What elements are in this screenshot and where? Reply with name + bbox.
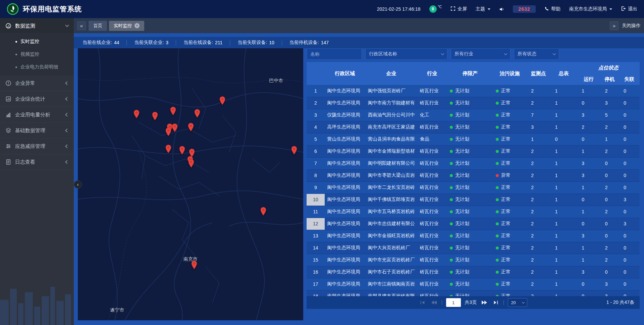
table-row[interactable]: 7 阆中生态环境局 阆中明阳建材有限公司 砖瓦行业 无计划 正常 2 1 3 0… bbox=[307, 157, 640, 169]
logout-button[interactable]: 退出 bbox=[621, 6, 637, 12]
help-button[interactable]: 帮助 bbox=[544, 6, 560, 12]
cell-running: 1 bbox=[577, 206, 600, 218]
sidebar-sub-item[interactable]: 企业电力负荷明细 bbox=[0, 61, 74, 73]
map-pin-icon[interactable] bbox=[170, 107, 176, 117]
column-company: 企业 bbox=[365, 62, 417, 85]
cell-limit-status: 无计划 bbox=[447, 230, 493, 242]
map-pin-icon[interactable] bbox=[152, 112, 158, 122]
cell-facility-status: 正常 bbox=[493, 97, 526, 109]
cell-running: 0 bbox=[577, 218, 600, 230]
cell-offline: 0 bbox=[619, 278, 640, 290]
table-row[interactable]: 11 阆中生态环境局 阆中市五马桥页岩机砖 砖瓦行业 无计划 正常 2 1 1 … bbox=[307, 206, 640, 218]
cell-region: 阆中生态环境局 bbox=[325, 169, 365, 181]
row-index: 15 bbox=[313, 257, 318, 263]
bullet-icon bbox=[15, 66, 17, 68]
cell-monitor-points: 2 bbox=[526, 290, 550, 296]
table-row[interactable]: 13 阆中生态环境局 阆中市金福旺页岩机砖 砖瓦行业 无计划 正常 2 1 3 … bbox=[307, 230, 640, 242]
theme-menu[interactable]: 主题 bbox=[476, 6, 490, 12]
table-row[interactable]: 5 营山生态环境局 营山县润丰肉食品有限 食品 无计划 正常 1 0 0 1 0 bbox=[307, 133, 640, 145]
table-row[interactable]: 6 阆中生态环境局 阆中市金博瑞新型墙材 砖瓦行业 无计划 正常 2 1 1 2… bbox=[307, 145, 640, 157]
stats-icon bbox=[5, 96, 11, 102]
sidebar-group-item[interactable]: 基础数据管理 bbox=[0, 123, 74, 139]
map-pin-icon[interactable] bbox=[260, 207, 267, 217]
last-page-button[interactable] bbox=[492, 300, 499, 306]
column-region: 行政区域 bbox=[325, 62, 365, 85]
cell-company: 阆中市江南镇阆南页岩 bbox=[365, 278, 417, 290]
table-row[interactable]: 2 阆中生态环境局 阆中市南方节能建材有 砖瓦行业 无计划 正常 2 1 0 3… bbox=[307, 97, 640, 109]
fullscreen-button[interactable]: 全屏 bbox=[450, 6, 467, 12]
city-label: 巴中市 bbox=[269, 78, 283, 84]
map-pin-icon[interactable] bbox=[191, 261, 198, 271]
map-collapse-button[interactable]: ‹ bbox=[74, 180, 82, 188]
table-row[interactable]: 3 仪陇生态环境局 西南油气田分公司川中 化工 无计划 正常 7 1 3 5 0 bbox=[307, 109, 640, 121]
status-filter-select[interactable]: 所有状态 bbox=[514, 48, 559, 60]
table-row[interactable]: 17 阆中生态环境局 阆中市江南镇阆南页岩 砖瓦行业 无计划 正常 2 1 0 … bbox=[307, 278, 640, 290]
tab[interactable]: 首页 bbox=[89, 21, 107, 31]
map-pin-icon[interactable] bbox=[187, 123, 194, 133]
sidebar-sub-item[interactable]: 实时监控 bbox=[0, 35, 74, 48]
sidebar-sub-item[interactable]: 视频监控 bbox=[0, 48, 74, 61]
cell-running: 3 bbox=[577, 169, 600, 181]
sidebar-group-item[interactable]: 企业异常 bbox=[0, 75, 74, 91]
cell-offline: 0 bbox=[619, 290, 640, 296]
status-dot-icon bbox=[496, 198, 499, 201]
cell-facility-status: 正常 bbox=[493, 218, 526, 230]
map-pin-icon[interactable] bbox=[188, 159, 195, 169]
status-dot-icon bbox=[450, 198, 453, 201]
alert-ticker[interactable]: 2632 bbox=[513, 5, 536, 13]
row-index: 13 bbox=[313, 233, 318, 238]
map-panel[interactable]: 巴中市 南充市 遂宁市 bbox=[78, 48, 303, 320]
table-row[interactable]: 16 阆中生态环境局 阆中市石子页岩机砖厂 砖瓦行业 无计划 正常 2 1 3 … bbox=[307, 266, 640, 278]
table-row[interactable]: 1 阆中生态环境局 阆中强锐页岩砖厂 砖瓦行业 无计划 正常 2 1 1 2 0 bbox=[307, 85, 640, 97]
table-row[interactable]: 10 阆中生态环境局 阆中千佛镇五郎垭页岩 砖瓦行业 无计划 正常 2 1 0 … bbox=[307, 194, 640, 206]
close-operations-button[interactable]: 关闭操作 bbox=[622, 23, 641, 29]
cell-region: 阆中生态环境局 bbox=[325, 218, 365, 230]
cell-offline: 0 bbox=[619, 109, 640, 121]
divider bbox=[442, 300, 442, 305]
table-row[interactable]: 18 南部生态环境局 南部县建丰页岩砖有限 砖瓦行业 无计划 正常 2 1 0 … bbox=[307, 290, 640, 296]
table-row[interactable]: 12 阆中生态环境局 阆中市忠信建材有限公 砖瓦行业 无计划 正常 2 1 0 … bbox=[307, 218, 640, 230]
map-pin-icon[interactable] bbox=[291, 146, 298, 156]
industry-filter-select[interactable]: 所有行业 bbox=[451, 48, 511, 60]
cell-monitor-points: 2 bbox=[526, 85, 550, 97]
tabs-scroll-left-button[interactable]: « bbox=[77, 21, 86, 30]
table-row[interactable]: 14 阆中生态环境局 阆中大兴页岩机砖厂 砖瓦行业 无计划 正常 2 1 1 2… bbox=[307, 242, 640, 254]
sidebar-group-item[interactable]: 企业用电量分析 bbox=[0, 107, 74, 123]
sidebar-group-item[interactable]: 企业综合统计 bbox=[0, 91, 74, 107]
org-menu[interactable]: 南充市生态环境局 bbox=[569, 6, 612, 12]
first-page-button[interactable] bbox=[419, 300, 426, 306]
gauge-icon bbox=[5, 23, 11, 29]
map-pin-icon[interactable] bbox=[133, 110, 140, 120]
next-page-button[interactable] bbox=[481, 300, 488, 306]
cell-region: 阆中生态环境局 bbox=[325, 278, 365, 290]
map-pin-icon[interactable] bbox=[219, 96, 226, 107]
map-pin-icon[interactable] bbox=[165, 127, 172, 138]
column-running: 运行 bbox=[577, 73, 600, 85]
chevron-down-icon bbox=[441, 52, 444, 55]
cell-limit-status: 无计划 bbox=[447, 254, 493, 266]
map-pin-icon[interactable] bbox=[179, 146, 185, 156]
tabs-scroll-right-button[interactable]: » bbox=[610, 21, 619, 30]
page-number-input[interactable] bbox=[446, 298, 461, 307]
table-row[interactable]: 9 阆中生态环境局 阆中市二龙长宝页岩砖 砖瓦行业 无计划 正常 2 1 1 2… bbox=[307, 181, 640, 194]
name-filter-input[interactable] bbox=[307, 48, 362, 60]
tab-close-icon[interactable]: × bbox=[135, 23, 140, 28]
sidebar-group-item[interactable]: 应急减排管理 bbox=[0, 139, 74, 154]
map-pin-icon[interactable] bbox=[171, 123, 178, 134]
previous-page-button[interactable] bbox=[430, 300, 438, 306]
region-filter-select[interactable]: 行政区域名称 bbox=[365, 48, 447, 60]
map-pin-icon[interactable] bbox=[165, 145, 172, 155]
page-size-select[interactable]: 20 bbox=[508, 298, 527, 307]
table-row[interactable]: 8 阆中生态环境局 阆中市枣碧大梁山页岩 砖瓦行业 无计划 异常 2 1 3 0… bbox=[307, 169, 640, 181]
cell-region: 南部生态环境局 bbox=[325, 290, 365, 296]
cell-industry: 砖瓦行业 bbox=[417, 121, 447, 133]
cell-running: 1 bbox=[577, 85, 600, 97]
cell-industry: 砖瓦行业 bbox=[417, 266, 447, 278]
sidebar-group-item[interactable]: 日志查看 bbox=[0, 154, 74, 170]
tab[interactable]: 实时监控 × bbox=[109, 21, 144, 31]
sidebar-group-item[interactable]: 数据监测 bbox=[0, 18, 74, 34]
table-row[interactable]: 4 高坪生态环境局 南充市高坪区王家店建 砖瓦行业 无计划 正常 3 1 2 2… bbox=[307, 121, 640, 133]
cell-industry: 砖瓦行业 bbox=[417, 254, 447, 266]
map-pin-icon[interactable] bbox=[194, 109, 201, 119]
table-row[interactable]: 15 阆中生态环境局 阆中市光富页岩机砖厂 砖瓦行业 无计划 正常 2 1 1 … bbox=[307, 254, 640, 266]
